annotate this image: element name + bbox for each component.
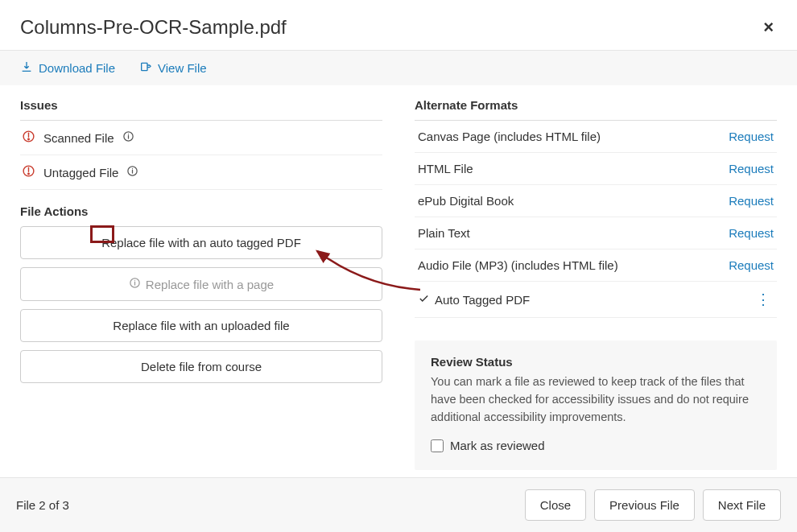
format-row: ePub Digital Book Request (415, 185, 777, 217)
formats-title: Alternate Formats (415, 92, 777, 121)
format-row: Canvas Page (includes HTML file) Request (415, 121, 777, 153)
download-icon (20, 60, 33, 76)
info-icon (129, 277, 141, 291)
issues-title: Issues (20, 92, 382, 121)
dialog-header: Columns-Pre-OCR-Sample.pdf × (0, 0, 797, 51)
mark-reviewed-checkbox[interactable] (431, 439, 444, 452)
checkbox-label: Mark as reviewed (450, 439, 545, 452)
view-file-label: View File (158, 61, 207, 75)
dialog-footer: File 2 of 3 Close Previous File Next Fil… (0, 477, 797, 532)
close-button[interactable]: Close (525, 489, 586, 521)
replace-auto-tagged-button[interactable]: Replace file with an auto tagged PDF (20, 226, 382, 259)
more-options-icon[interactable]: ⋮ (753, 291, 774, 308)
issue-label: Untagged File (43, 166, 118, 179)
view-file-icon (139, 60, 152, 76)
review-status-box: Review Status You can mark a file as rev… (415, 340, 777, 470)
issue-row: Scanned File (20, 121, 382, 155)
alert-icon (22, 164, 35, 180)
view-file-link[interactable]: View File (139, 60, 207, 76)
download-file-link[interactable]: Download File (20, 60, 115, 76)
mark-reviewed-label[interactable]: Mark as reviewed (431, 439, 545, 452)
replace-with-page-button[interactable]: Replace file with a page (20, 267, 382, 301)
request-link[interactable]: Request (729, 130, 774, 143)
request-link[interactable]: Request (729, 194, 774, 208)
format-row: Plain Text Request (415, 217, 777, 250)
action-label: Delete file from course (141, 360, 262, 373)
action-toolbar: Download File View File (0, 51, 797, 85)
action-label: Replace file with an auto tagged PDF (101, 236, 301, 250)
review-text: You can mark a file as reviewed to keep … (431, 373, 761, 426)
file-pager: File 2 of 3 (16, 498, 69, 512)
format-label: Audio File (MP3) (includes HTML file) (418, 258, 618, 272)
request-link[interactable]: Request (729, 226, 774, 240)
previous-file-button[interactable]: Previous File (594, 489, 695, 521)
svg-rect-0 (142, 63, 147, 70)
review-title: Review Status (431, 355, 761, 369)
svg-point-2 (28, 138, 30, 140)
request-link[interactable]: Request (729, 258, 774, 272)
file-actions-title: File Actions (20, 190, 382, 226)
download-file-label: Download File (39, 61, 115, 75)
info-icon[interactable] (122, 130, 134, 145)
right-column: Alternate Formats Canvas Page (includes … (415, 92, 777, 470)
action-label: Replace file with a page (146, 278, 274, 291)
next-file-button[interactable]: Next File (703, 489, 781, 521)
close-icon[interactable]: × (760, 17, 777, 38)
main-content: Issues Scanned File Untagged File File A… (0, 85, 797, 470)
check-icon (418, 293, 435, 307)
request-link[interactable]: Request (729, 162, 774, 175)
info-icon[interactable] (126, 165, 138, 179)
format-label: HTML File (418, 162, 473, 175)
format-row-auto-tagged: Auto Tagged PDF ⋮ (415, 282, 777, 318)
action-label: Replace file with an uploaded file (113, 319, 289, 332)
issue-label: Scanned File (43, 131, 114, 145)
alert-icon (22, 130, 35, 146)
format-label: ePub Digital Book (418, 194, 514, 208)
format-row: HTML File Request (415, 153, 777, 185)
replace-with-upload-button[interactable]: Replace file with an uploaded file (20, 309, 382, 342)
format-label: Auto Tagged PDF (435, 293, 530, 307)
svg-point-5 (28, 173, 30, 175)
format-row: Audio File (MP3) (includes HTML file) Re… (415, 250, 777, 282)
page-title: Columns-Pre-OCR-Sample.pdf (20, 16, 287, 39)
delete-file-button[interactable]: Delete file from course (20, 350, 382, 383)
issue-row: Untagged File (20, 155, 382, 190)
format-label: Plain Text (418, 226, 470, 240)
format-label: Canvas Page (includes HTML file) (418, 130, 601, 143)
left-column: Issues Scanned File Untagged File File A… (20, 92, 382, 470)
